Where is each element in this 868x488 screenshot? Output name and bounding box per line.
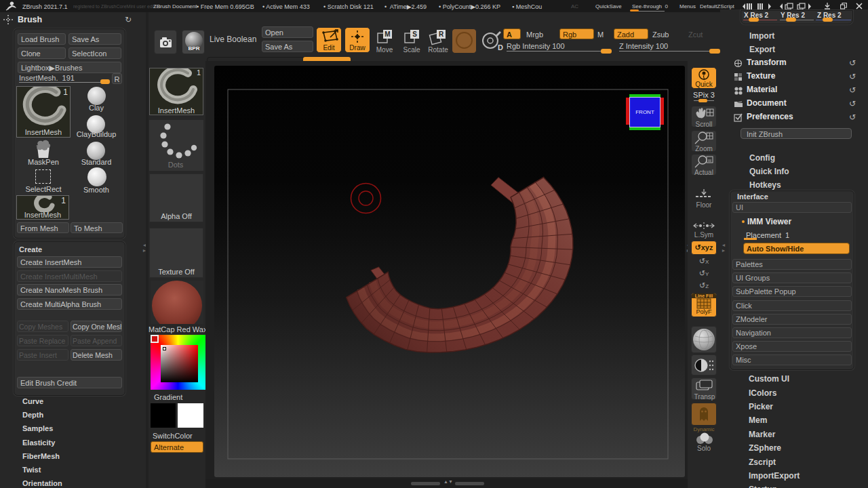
svg-text:M: M xyxy=(384,30,390,38)
svg-text:S: S xyxy=(412,30,417,38)
svg-text:D: D xyxy=(498,43,503,52)
svg-text:R: R xyxy=(439,30,444,38)
